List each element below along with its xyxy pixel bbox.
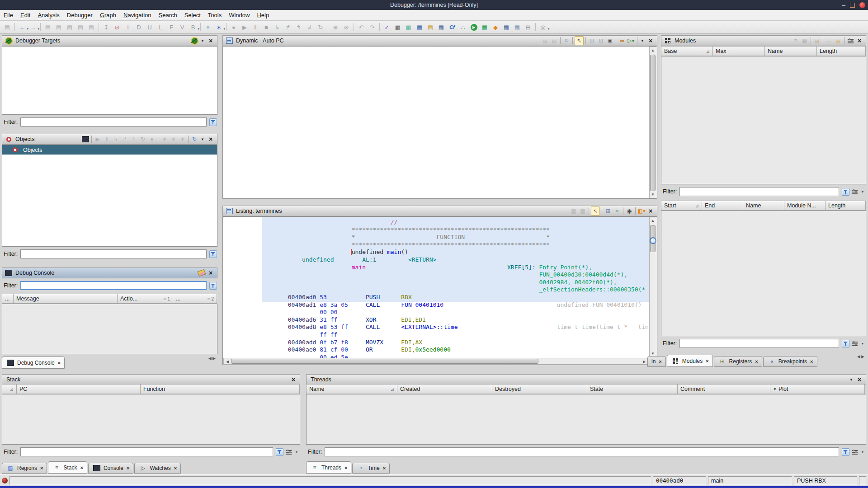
sections-col-name[interactable]: Name (743, 201, 784, 211)
copy-special-icon[interactable]: ▤ (43, 22, 53, 32)
tab-modules[interactable]: Modules× (667, 355, 713, 367)
redo-icon[interactable]: ↷ (367, 22, 377, 32)
minimize-icon[interactable]: – (842, 3, 845, 7)
stack-filter-settings-icon[interactable] (284, 448, 292, 456)
listing-row[interactable]: 00400ad631 ffXOREDI,EDI (263, 316, 648, 324)
save-icon[interactable]: ▤ (2, 22, 12, 32)
stack-col-pc[interactable]: PC (17, 384, 141, 394)
menu-edit[interactable]: Edit (17, 10, 34, 20)
paste-icon[interactable]: ▤ (579, 207, 587, 215)
variable-v-icon[interactable]: V (177, 22, 187, 32)
menu-search[interactable]: Search (155, 10, 181, 20)
paste-recent-icon[interactable]: ▤ (86, 22, 96, 32)
map-module-icon[interactable]: ▤ (813, 37, 821, 45)
data-types-icon[interactable]: ▥ (404, 22, 414, 32)
data-type-manager-icon[interactable]: ▤ (425, 22, 435, 32)
track-sp-icon[interactable]: ⊞ (597, 37, 605, 45)
listing-row[interactable]: _elfSectionHeaders::00000350(* (263, 286, 648, 293)
debug-console-filter-funnel-icon[interactable] (209, 282, 217, 290)
listing-row[interactable]: ff ff (263, 331, 648, 338)
pointer-icon[interactable]: ↧ (101, 22, 111, 32)
close-icon[interactable]: × (855, 375, 863, 384)
restore-icon[interactable] (850, 3, 855, 8)
threads-content[interactable] (306, 394, 866, 445)
byte-b-icon[interactable]: B▾ (188, 22, 198, 32)
map-identically-icon[interactable]: ↔ (825, 37, 833, 45)
menu-caret-icon[interactable]: ▼ (199, 37, 206, 45)
listing-row[interactable]: undefined main() (263, 249, 648, 256)
label-l-icon[interactable]: L (156, 22, 165, 32)
capture-snapshot-icon[interactable]: ◉ (606, 37, 614, 45)
attach-bug-icon[interactable]: ∗ (160, 135, 168, 143)
step-last-icon[interactable]: ↲ (305, 22, 315, 32)
undo-icon[interactable]: ↶ (356, 22, 366, 32)
validate-icon[interactable]: ✓ (382, 22, 392, 32)
module-doc-icon[interactable]: ▤ (834, 37, 842, 45)
threads-filter-funnel-icon[interactable] (841, 448, 849, 456)
debug-console-col-actio-[interactable]: Actio...≡ 1 (118, 294, 173, 304)
kill-icon[interactable]: ■ (261, 22, 271, 32)
tab-regions[interactable]: ▧Regions× (2, 463, 47, 474)
listing-vscrollbar[interactable]: ▲▼ (649, 217, 656, 357)
disable-icon[interactable]: ⊘ (112, 22, 122, 32)
debugger-targets-content[interactable] (2, 46, 217, 115)
stack-content[interactable] (2, 394, 300, 445)
scroll-down-icon[interactable]: ▼ (650, 352, 656, 356)
close-icon[interactable]: × (207, 135, 215, 143)
listing-row[interactable]: // (263, 219, 648, 226)
refresh-icon[interactable]: ↻ (562, 37, 571, 45)
sections-filter-settings-icon[interactable] (850, 339, 859, 347)
tab-console[interactable]: Console× (88, 463, 133, 474)
stack-header[interactable]: Stack× (2, 374, 300, 385)
tab-close-icon[interactable]: × (706, 358, 708, 364)
close-icon[interactable]: × (207, 269, 215, 277)
menu-tools[interactable]: Tools (204, 10, 225, 20)
data-d-icon[interactable]: D (134, 22, 144, 32)
scroll-left-icon[interactable]: ◀ (225, 360, 230, 364)
step-over-icon[interactable]: ↱ (283, 22, 293, 32)
undefine-u-icon[interactable]: U (145, 22, 155, 32)
decompile-icon[interactable]: ▶ (469, 22, 479, 32)
debugger-targets-filter-funnel-icon[interactable] (209, 118, 217, 126)
listing-row[interactable]: 00 00 (263, 309, 648, 316)
dynamic-header[interactable]: Dynamic - Auto PC▤▤↻↖⊞⊞◉⇒▷▾▼× (222, 35, 657, 46)
scroll-down-icon[interactable]: ▼ (650, 192, 656, 197)
clear-eraser-icon[interactable] (198, 269, 206, 277)
kill-bug-icon[interactable]: ∗ (178, 135, 186, 143)
goto-icon[interactable]: ⇒ (618, 37, 626, 45)
tab-stack[interactable]: ≡Stack× (48, 461, 87, 474)
modules-filter-input[interactable] (679, 187, 839, 196)
debug-console-content[interactable] (2, 304, 217, 354)
memory-map-icon[interactable]: ⊞ (523, 22, 533, 32)
threads-col-comment[interactable]: Comment (678, 384, 770, 394)
copy-icon[interactable]: ▤ (541, 37, 549, 45)
paste-special-icon[interactable]: ▤ (54, 22, 64, 32)
edit-fields-icon[interactable]: ⊞ (604, 207, 612, 215)
sections-col-module-n-[interactable]: Module N... (784, 201, 826, 211)
close-icon[interactable]: × (646, 207, 655, 215)
modules-col-base[interactable]: Base⊿ (661, 46, 713, 56)
sections-filter-caret-icon[interactable]: ▾ (859, 339, 866, 347)
loop-icon[interactable]: ↻ (316, 22, 326, 32)
tab-close-icon[interactable]: × (383, 465, 386, 471)
modules-col-name[interactable]: Name (765, 46, 817, 56)
modules-col-length[interactable]: Length (817, 46, 866, 56)
listing-row[interactable]: undefinedAL:1<RETURN> (263, 256, 648, 263)
snapshot-icon[interactable]: ↻ (139, 135, 147, 143)
track-cursor-icon[interactable]: ↖ (591, 206, 600, 216)
patch-icon[interactable]: ∗▾ (214, 22, 224, 32)
symbol-table-icon[interactable]: ▦ (415, 22, 425, 32)
tab-close-icon[interactable]: × (344, 465, 347, 470)
close-icon[interactable] (859, 2, 865, 8)
memory-bytes-icon[interactable]: ▩ (393, 22, 403, 32)
sections-filter-funnel-icon[interactable] (841, 339, 849, 347)
sections-content[interactable] (661, 211, 866, 336)
debugger-targets-header[interactable]: Debugger Targets▼× (2, 35, 217, 46)
objects-tree-item-objects[interactable]: Objects (2, 145, 217, 155)
filter-settings-icon[interactable] (846, 37, 854, 45)
menu-select[interactable]: Select (181, 10, 204, 20)
debug-console-header[interactable]: Debug Console× (2, 267, 217, 278)
bookmarks-icon[interactable]: ▦ (501, 22, 511, 32)
modules-tab-scroll[interactable]: ◀ ▶ (855, 353, 866, 360)
record-icon[interactable]: ● (148, 135, 156, 143)
